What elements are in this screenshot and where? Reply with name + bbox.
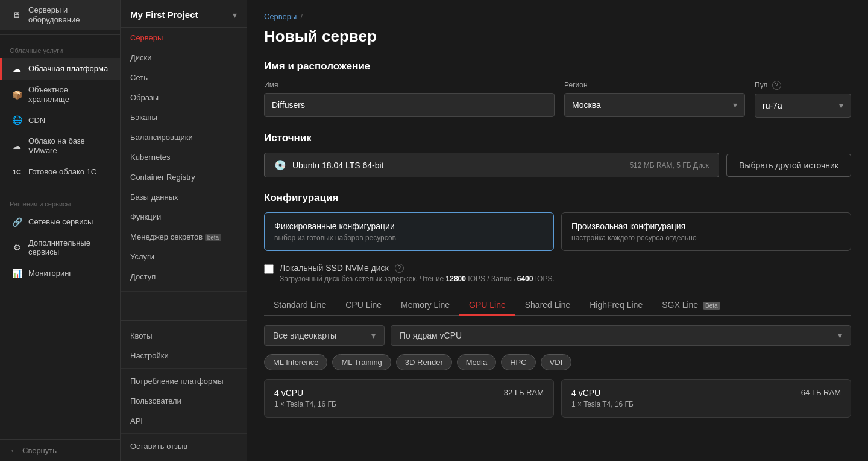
subnav-item-consumption[interactable]: Потребление платформы (121, 371, 247, 391)
subnav-item-balancers[interactable]: Балансировщики (121, 127, 247, 147)
tab-sgx[interactable]: SGX Line Beta (652, 295, 729, 316)
subnav-item-api[interactable]: API (121, 411, 247, 431)
project-dropdown-icon[interactable]: ▾ (233, 10, 237, 20)
subnav-item-backups[interactable]: Бэкапы (121, 107, 247, 127)
cloud-icon: ☁ (11, 63, 22, 74)
sidebar-item-1c[interactable]: 1C Готовое облако 1С (0, 161, 120, 183)
pool-help-icon[interactable]: ? (772, 81, 781, 90)
subnav-item-kubernetes[interactable]: Kubernetes (121, 147, 247, 167)
os-icon: 💿 (274, 159, 286, 171)
select-source-button[interactable]: Выбрать другой источник (726, 154, 851, 177)
extra-icon: ⚙ (11, 242, 22, 253)
server-card-0-gpu: 1 × Tesla T4, 16 ГБ (274, 400, 544, 409)
config-fixed-title: Фиксированные конфигурации (274, 221, 544, 231)
name-input[interactable] (264, 93, 555, 117)
os-meta: 512 МБ RAM, 5 ГБ Диск (629, 161, 709, 170)
sidebar-item-extra-services[interactable]: ⚙ Дополнительные сервисы (0, 233, 120, 262)
sidebar: 🖥 Серверы и оборудование Облачные услуги… (0, 0, 121, 461)
tab-shared[interactable]: Shared Line (515, 295, 580, 316)
server-card-0-ram: 32 ГБ RAM (504, 388, 544, 397)
chip-hpc[interactable]: HPC (501, 354, 535, 370)
breadcrumb-separator: / (300, 12, 303, 21)
source-row: 💿 Ubuntu 18.04 LTS 64-bit 512 МБ RAM, 5 … (264, 153, 851, 177)
sidebar-item-monitoring[interactable]: 📊 Мониторинг (0, 262, 120, 284)
sidebar-item-cdn[interactable]: 🌐 CDN (0, 109, 120, 131)
main-content: Серверы / Новый сервер Имя и расположени… (247, 0, 868, 461)
ssd-write: 6400 (517, 275, 533, 283)
server-card-0-vcpu: 4 vCPU (274, 388, 303, 398)
server-card-1-gpu: 1 × Tesla T4, 16 ГБ (571, 400, 841, 409)
server-card-0-top: 4 vCPU 32 ГБ RAM (274, 388, 544, 398)
subnav-item-settings[interactable]: Настройки (121, 346, 247, 366)
chip-vdi[interactable]: VDI (541, 354, 572, 370)
pool-field-group: Пул ? ru-7a ▾ (755, 81, 851, 118)
subnav-item-servers[interactable]: Серверы (121, 28, 247, 48)
name-field-group: Имя (264, 81, 555, 118)
vmware-icon: ☁ (11, 141, 22, 151)
server-card-1-ram: 64 ГБ RAM (801, 388, 841, 397)
sidebar-item-cloud-platform[interactable]: ☁ Облачная платформа (0, 58, 120, 80)
server-icon: 🖥 (11, 10, 22, 21)
os-name: Ubuntu 18.04 LTS 64-bit (292, 161, 384, 170)
ssd-read: 12800 (446, 275, 466, 283)
region-label: Регион (564, 81, 745, 89)
subnav-item-functions[interactable]: Функции (121, 207, 247, 227)
sidebar-item-vmware[interactable]: ☁ Облако на базе VMware (0, 131, 120, 161)
pool-select[interactable]: ru-7a ▾ (755, 94, 851, 118)
chip-3d-render[interactable]: 3D Render (396, 354, 452, 370)
sidebar-collapse-btn[interactable]: ← Свернуть (0, 439, 120, 461)
config-custom-sub: настройка каждого ресурса отдельно (571, 234, 841, 242)
server-card-1[interactable]: 4 vCPU 64 ГБ RAM 1 × Tesla T4, 16 ГБ (561, 379, 851, 418)
region-field-group: Регион Москва ▾ (564, 81, 745, 118)
subnav-item-feedback[interactable]: Оставить отзыв (121, 436, 247, 456)
gpu-filter-chevron-icon: ▾ (371, 331, 376, 340)
subnav-item-users[interactable]: Пользователи (121, 391, 247, 411)
region-chevron-icon: ▾ (733, 100, 737, 110)
sidebar-item-object-storage[interactable]: 📦 Объектное хранилище (0, 80, 120, 109)
gpu-filter-button[interactable]: Все видеокарты ▾ (264, 325, 385, 346)
subnav-item-services[interactable]: Услуги (121, 247, 247, 267)
cloud-services-label: Облачные услуги (0, 40, 120, 58)
tab-standard[interactable]: Standard Line (264, 295, 336, 316)
ssd-desc: Загрузочный диск без сетевых задержек. Ч… (280, 275, 555, 283)
tab-memory[interactable]: Memory Line (391, 295, 459, 316)
solutions-label: Решения и сервисы (0, 193, 120, 211)
chip-ml-inference[interactable]: ML Inference (264, 354, 327, 370)
subnav-item-access[interactable]: Доступ (121, 267, 247, 287)
chip-media[interactable]: Media (457, 354, 496, 370)
subnav-header: My First Project ▾ (121, 0, 247, 28)
collapse-arrow-icon: ← (10, 446, 17, 455)
subnav-item-quotas[interactable]: Квоты (121, 326, 247, 346)
config-card-custom[interactable]: Произвольная конфигурация настройка кажд… (561, 212, 851, 251)
subnav-item-secrets[interactable]: Менеджер секретов beta (121, 227, 247, 247)
page-title: Новый сервер (264, 27, 851, 46)
subnav-item-container-registry[interactable]: Container Registry (121, 167, 247, 187)
chips-row: ML Inference ML Training 3D Render Media… (264, 354, 851, 370)
subnav-item-databases[interactable]: Базы данных (121, 187, 247, 207)
monitoring-icon: 📊 (11, 268, 22, 279)
tab-cpu[interactable]: CPU Line (336, 295, 391, 316)
ssd-help-icon[interactable]: ? (395, 264, 404, 273)
config-fixed-sub: выбор из готовых наборов ресурсов (274, 234, 544, 242)
tab-highfreq[interactable]: HighFreq Line (580, 295, 652, 316)
subnav-item-network[interactable]: Сеть (121, 68, 247, 87)
subnav: My First Project ▾ Серверы Диски Сеть Об… (121, 0, 247, 461)
sidebar-item-servers[interactable]: 🖥 Серверы и оборудование (0, 0, 120, 30)
tab-gpu[interactable]: GPU Line (459, 295, 515, 316)
subnav-bottom: Квоты Настройки Потребление платформы По… (121, 320, 247, 461)
name-label: Имя (264, 81, 555, 89)
sidebar-item-network-services[interactable]: 🔗 Сетевые сервисы (0, 211, 120, 233)
config-card-fixed[interactable]: Фиксированные конфигурации выбор из гото… (264, 212, 554, 251)
region-select[interactable]: Москва ▾ (564, 93, 745, 117)
server-card-1-vcpu: 4 vCPU (571, 388, 600, 398)
subnav-item-images[interactable]: Образы (121, 87, 247, 107)
server-card-0[interactable]: 4 vCPU 32 ГБ RAM 1 × Tesla T4, 16 ГБ (264, 379, 554, 418)
breadcrumb-link[interactable]: Серверы (264, 12, 297, 21)
chip-ml-training[interactable]: ML Training (332, 354, 391, 370)
source-os-item[interactable]: 💿 Ubuntu 18.04 LTS 64-bit 512 МБ RAM, 5 … (264, 153, 719, 177)
ssd-checkbox[interactable] (264, 264, 274, 274)
config-cards: Фиксированные конфигурации выбор из гото… (264, 212, 851, 251)
subnav-item-disks[interactable]: Диски (121, 48, 247, 68)
storage-icon: 📦 (11, 89, 22, 100)
sort-filter-button[interactable]: По ядрам vCPU ▾ (391, 325, 851, 346)
